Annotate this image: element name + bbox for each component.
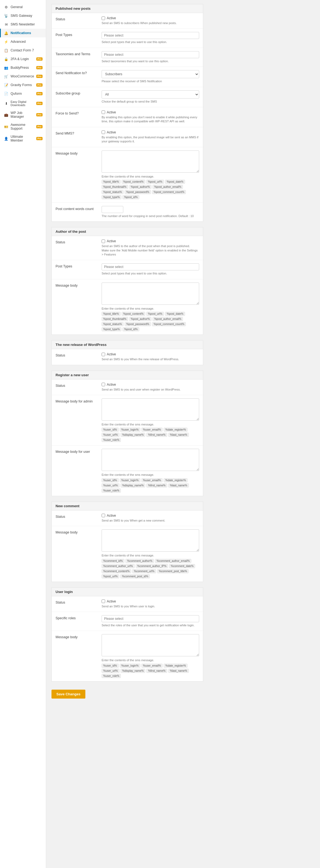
utag-user-login: %user_login% xyxy=(120,478,140,482)
specific-roles-help: Select the roles of the user that you wa… xyxy=(101,623,199,627)
author-post-types-input[interactable] xyxy=(101,264,199,270)
author-post-types-row: Post Types Select post types that you wa… xyxy=(52,260,203,279)
utag-first-name: %first_name% xyxy=(146,484,167,488)
send-mms-label: Send MMS? xyxy=(56,130,99,135)
author-post-types-help: Select post types that you want to use t… xyxy=(101,272,199,276)
message-body-user-textarea[interactable] xyxy=(101,449,199,471)
send-notification-select[interactable]: Subscribers All Admins xyxy=(101,70,199,78)
login-status-checkbox-label: Active xyxy=(107,599,116,603)
login-message-body-help: Enter the contents of the sms message. xyxy=(101,658,199,662)
utag-user-url: %user_url% xyxy=(101,484,119,488)
published-status-checkbox[interactable] xyxy=(101,17,105,20)
register-status-checkbox[interactable] xyxy=(101,383,105,386)
utag-user-id: %user_id% xyxy=(101,478,119,482)
published-message-tags: %post_title% %post_content% %post_url% %… xyxy=(101,180,199,199)
author-status-row: Status Active Send an SMS to the author … xyxy=(52,236,203,260)
author-status-label: Status xyxy=(56,239,99,244)
rtag-user-login: %user_login% xyxy=(120,428,140,432)
force-send-checkbox[interactable] xyxy=(101,111,105,114)
specific-roles-input[interactable] xyxy=(101,615,199,622)
sidebar-item-advanced[interactable]: Advanced xyxy=(0,37,46,46)
sidebar-label-edd: Easy Digital Downloads xyxy=(10,100,34,106)
author-status-checkbox[interactable] xyxy=(101,240,105,243)
main-content: Published new posts Status Active Send a… xyxy=(46,0,209,868)
published-message-body-textarea[interactable] xyxy=(101,151,199,173)
save-changes-button[interactable]: Save Changes xyxy=(52,690,85,699)
sidebar-item-general[interactable]: General xyxy=(0,3,46,11)
author-message-tags: %post_title% %post_content% %post_url% %… xyxy=(101,312,199,331)
author-message-body-textarea[interactable] xyxy=(101,283,199,305)
sidebar-item-2fa-login[interactable]: 2FA & Login Pro xyxy=(0,55,46,63)
atag-post-author-email: %post_author_email% xyxy=(152,317,183,321)
sidebar-item-contact-form-7[interactable]: Contact Form 7 xyxy=(0,46,46,55)
published-status-checkbox-label: Active xyxy=(107,16,116,20)
sms-newsletter-icon xyxy=(4,22,8,27)
new-comment-section: Status Active Send an SMS to you When ge… xyxy=(52,510,203,582)
login-status-label: Status xyxy=(56,599,99,604)
tag-post-password: %post_password% xyxy=(125,190,151,194)
edd-icon xyxy=(4,101,8,105)
login-message-body-row: Message body Enter the contents of the s… xyxy=(52,631,203,681)
ctag-comment-author-url: %comment_author_url% xyxy=(101,564,135,568)
sidebar-item-notifications[interactable]: Notifications xyxy=(0,29,46,37)
published-new-posts-header: Published new posts xyxy=(52,4,203,13)
sidebar-label-woocommerce: WooCommerce xyxy=(10,74,34,78)
sidebar-label-notifications: Notifications xyxy=(10,31,31,35)
new-release-status-checkbox[interactable] xyxy=(101,353,105,356)
login-status-help: Send an SMS to you When user is login. xyxy=(101,604,199,609)
login-message-body-textarea[interactable] xyxy=(101,634,199,656)
comment-status-help: Send an SMS to you When get a new commen… xyxy=(101,519,199,523)
ltag-user-role: %user_role% xyxy=(101,674,121,678)
post-content-words-row: Post content words count The number of w… xyxy=(52,203,203,221)
sidebar-item-edd[interactable]: Easy Digital Downloads Pro xyxy=(0,98,46,109)
login-status-checkbox[interactable] xyxy=(101,599,105,603)
utag-user-role: %user_role% xyxy=(101,489,121,493)
published-new-posts-title: Published new posts xyxy=(56,6,90,10)
sidebar-label-general: General xyxy=(10,5,23,9)
comment-status-checkbox[interactable] xyxy=(101,514,105,517)
pro-badge-woo: Pro xyxy=(36,75,42,78)
pro-badge-quform: Pro xyxy=(36,92,42,95)
published-message-body-field: Enter the contents of the sms message. %… xyxy=(101,151,199,199)
pro-badge-ultimate: Pro xyxy=(36,137,42,140)
author-message-body-field: Enter the contents of the sms message. %… xyxy=(101,283,199,331)
message-body-admin-textarea[interactable] xyxy=(101,398,199,421)
post-content-words-input[interactable] xyxy=(101,206,123,213)
wpjob-icon xyxy=(4,113,8,117)
taxonomies-input[interactable] xyxy=(101,51,199,58)
post-types-input[interactable] xyxy=(101,32,199,39)
rtag-first-name: %first_name% xyxy=(146,433,167,437)
comment-status-field: Active Send an SMS to you When get a new… xyxy=(101,514,199,523)
atag-post-date: %post_date% xyxy=(165,312,185,316)
sidebar-item-ultimate-member[interactable]: Ultimate Member Pro xyxy=(0,133,46,145)
new-release-header: The new release of WordPress xyxy=(52,340,203,349)
sidebar-item-awesome-support[interactable]: Awesome Support Pro xyxy=(0,121,46,133)
sidebar-item-woocommerce[interactable]: WooCommerce Pro xyxy=(0,72,46,81)
post-types-label: Post Types xyxy=(56,32,99,37)
sidebar-item-gravity-forms[interactable]: Gravity Forms Pro xyxy=(0,81,46,89)
send-mms-checkbox[interactable] xyxy=(101,130,105,134)
send-mms-checkbox-label: Active xyxy=(107,130,116,134)
admin-message-tags: %user_id% %user_login% %user_email% %dat… xyxy=(101,428,199,442)
sidebar-item-buddypress[interactable]: BuddyPress Pro xyxy=(0,63,46,72)
pro-badge-edd: Pro xyxy=(36,102,42,105)
rtag-user-id: %user_id% xyxy=(101,428,119,432)
utag-last-name: %last_name% xyxy=(168,484,189,488)
taxonomies-field: Select taxonomies that you want to use t… xyxy=(101,51,199,63)
subscribe-group-select[interactable]: All xyxy=(101,90,199,98)
tag-post-author-email: %post_author_email% xyxy=(152,185,183,189)
author-message-body-row: Message body Enter the contents of the s… xyxy=(52,279,203,335)
sidebar-item-quform[interactable]: Quform Pro xyxy=(0,89,46,98)
sidebar-label-ultimate: Ultimate Member xyxy=(10,135,34,143)
tag-post-status: %post_status% xyxy=(101,190,123,194)
comment-message-body-textarea[interactable] xyxy=(101,529,199,552)
sidebar-item-sms-gateway[interactable]: SMS Gateway xyxy=(0,11,46,20)
ctag-comment-post-id: %comment_post_id% xyxy=(120,574,150,579)
comment-status-row: Status Active Send an SMS to you When ge… xyxy=(52,510,203,526)
message-body-admin-row: Message body for admin Enter the content… xyxy=(52,395,203,445)
new-comment-title: New comment xyxy=(56,504,79,508)
send-notification-row: Send Notification to? Subscribers All Ad… xyxy=(52,67,203,87)
sidebar-item-wp-job-manager[interactable]: WP Job Manager Pro xyxy=(0,109,46,121)
sidebar-item-sms-newsletter[interactable]: SMS Newsletter xyxy=(0,20,46,29)
rtag-date-register: %date_register% xyxy=(164,428,187,432)
